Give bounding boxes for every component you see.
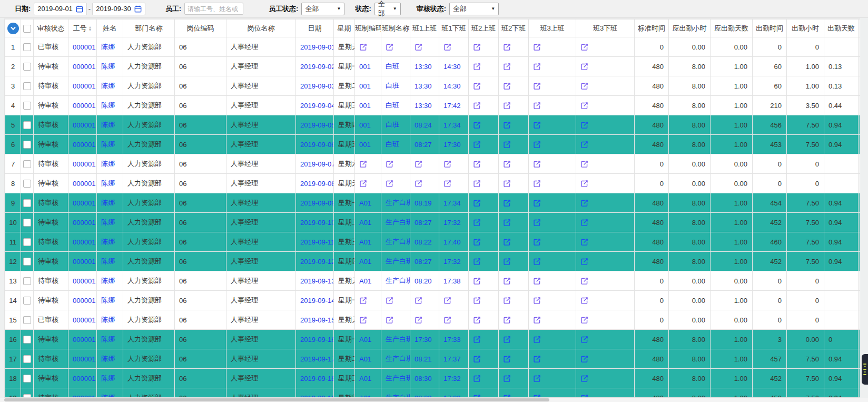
cell-date-link[interactable]: 2019-09-14 (300, 297, 334, 305)
edit-icon[interactable] (533, 180, 541, 188)
cell-date-link[interactable]: 2019-09-19 (300, 394, 334, 398)
cell-shift-name-link[interactable]: 生产白班 (386, 257, 410, 265)
edit-icon[interactable] (503, 258, 511, 266)
edit-icon[interactable] (580, 219, 588, 227)
cell-shift1-in-link[interactable]: 08:27 (415, 141, 432, 149)
cell-name-link[interactable]: 陈娜 (101, 296, 115, 304)
edit-icon[interactable] (533, 82, 541, 90)
cell-shift1-out-link[interactable]: 17:34 (443, 199, 461, 207)
edit-icon[interactable] (503, 141, 511, 149)
cell-shift1-in-link[interactable]: 13:30 (415, 82, 432, 90)
cell-shift-name-link[interactable]: 生产白班 (386, 335, 410, 343)
cell-employee-no-link[interactable]: 000001 (73, 355, 95, 363)
edit-icon[interactable] (443, 160, 451, 168)
edit-icon[interactable] (580, 43, 588, 51)
row-checkbox[interactable] (23, 297, 31, 305)
edit-icon[interactable] (473, 43, 481, 51)
cell-name-link[interactable]: 陈娜 (101, 238, 115, 246)
cell-shift1-in-link[interactable]: 08:22 (415, 238, 432, 246)
cell-employee-no-link[interactable]: 000001 (73, 336, 95, 344)
row-checkbox[interactable] (23, 316, 31, 324)
edit-icon[interactable] (503, 199, 511, 207)
edit-icon[interactable] (580, 316, 588, 324)
cell-shift1-out-link[interactable]: 17:37 (443, 355, 461, 363)
cell-shift-name-link[interactable]: 生产白班 (386, 355, 410, 362)
edit-icon[interactable] (580, 121, 588, 129)
cell-employee-no-link[interactable]: 000001 (73, 238, 95, 246)
cell-name-link[interactable]: 陈娜 (101, 316, 115, 323)
cell-date-link[interactable]: 2019-09-16 (300, 336, 334, 344)
row-checkbox[interactable] (23, 160, 31, 168)
edit-icon[interactable] (443, 297, 451, 305)
edit-icon[interactable] (503, 297, 511, 305)
edit-icon[interactable] (533, 160, 541, 168)
edit-icon[interactable] (580, 375, 588, 383)
edit-icon[interactable] (473, 394, 481, 398)
edit-icon[interactable] (503, 316, 511, 324)
cell-name-link[interactable]: 陈娜 (101, 43, 115, 51)
cell-date-link[interactable]: 2019-09-04 (300, 102, 334, 110)
cell-employee-no-link[interactable]: 000001 (73, 82, 95, 90)
row-checkbox[interactable] (23, 43, 31, 51)
cell-shift-code-link[interactable]: A01 (359, 258, 371, 266)
cell-name-link[interactable]: 陈娜 (101, 394, 115, 398)
cell-shift1-in-link[interactable]: 08:28 (415, 394, 432, 398)
cell-employee-no-link[interactable]: 000001 (73, 43, 95, 51)
cell-shift1-out-link[interactable]: 17:38 (443, 277, 461, 285)
cell-name-link[interactable]: 陈娜 (101, 101, 115, 109)
cell-shift-code-link[interactable]: 001 (359, 82, 371, 90)
edit-icon[interactable] (415, 43, 422, 51)
cell-date-link[interactable]: 2019-09-06 (300, 141, 334, 149)
edit-icon[interactable] (503, 394, 511, 398)
row-checkbox[interactable] (23, 238, 31, 246)
edit-icon[interactable] (359, 180, 367, 188)
employee-status-select[interactable]: 全部 ▼ (301, 3, 344, 15)
edit-icon[interactable] (503, 121, 511, 129)
cell-shift-name-link[interactable]: 生产白班 (386, 218, 410, 226)
cell-shift-name-link[interactable]: 白班 (386, 62, 399, 70)
cell-shift-name-link[interactable]: 白班 (386, 140, 399, 148)
edit-icon[interactable] (580, 258, 588, 266)
row-checkbox[interactable] (23, 121, 31, 129)
cell-shift1-out-link[interactable]: 17:33 (443, 394, 461, 398)
cell-employee-no-link[interactable]: 000001 (73, 297, 95, 305)
row-checkbox[interactable] (23, 102, 31, 110)
horizontal-scrollbar-thumb[interactable] (4, 398, 549, 401)
cell-name-link[interactable]: 陈娜 (101, 277, 115, 285)
edit-icon[interactable] (503, 82, 511, 90)
row-checkbox[interactable] (23, 63, 31, 71)
cell-shift-code-link[interactable]: A01 (359, 219, 371, 227)
cell-employee-no-link[interactable]: 000001 (73, 180, 95, 188)
expand-all-button[interactable] (7, 23, 19, 34)
edit-icon[interactable] (443, 43, 451, 51)
cell-date-link[interactable]: 2019-09-12 (300, 258, 334, 266)
cell-shift-code-link[interactable]: 001 (359, 141, 371, 149)
cell-shift1-in-link[interactable]: 08:19 (415, 199, 432, 207)
select-all-checkbox[interactable] (23, 25, 31, 33)
edit-icon[interactable] (580, 297, 588, 305)
cell-name-link[interactable]: 陈娜 (101, 140, 115, 148)
cell-shift-code-link[interactable]: A01 (359, 336, 371, 344)
cell-date-link[interactable]: 2019-09-03 (300, 82, 334, 90)
edit-icon[interactable] (503, 355, 511, 363)
cell-employee-no-link[interactable]: 000001 (73, 102, 95, 110)
cell-shift1-in-link[interactable]: 17:30 (415, 336, 432, 344)
cell-name-link[interactable]: 陈娜 (101, 355, 115, 362)
edit-icon[interactable] (473, 277, 481, 285)
row-checkbox[interactable] (23, 375, 31, 383)
row-checkbox[interactable] (23, 394, 31, 398)
edit-icon[interactable] (533, 63, 541, 71)
edit-icon[interactable] (533, 394, 541, 398)
cell-shift1-in-link[interactable]: 08:27 (415, 258, 432, 266)
cell-shift1-out-link[interactable]: 17:32 (443, 219, 461, 227)
sort-icon[interactable]: ▲▼ (88, 26, 92, 31)
edit-icon[interactable] (580, 102, 588, 110)
cell-shift1-in-link[interactable]: 08:24 (415, 121, 432, 129)
cell-date-link[interactable]: 2019-09-18 (300, 375, 334, 383)
cell-shift-name-link[interactable]: 白班 (386, 121, 399, 129)
cell-name-link[interactable]: 陈娜 (101, 218, 115, 226)
cell-name-link[interactable]: 陈娜 (101, 82, 115, 90)
edit-icon[interactable] (580, 141, 588, 149)
cell-name-link[interactable]: 陈娜 (101, 121, 115, 129)
edit-icon[interactable] (473, 82, 481, 90)
